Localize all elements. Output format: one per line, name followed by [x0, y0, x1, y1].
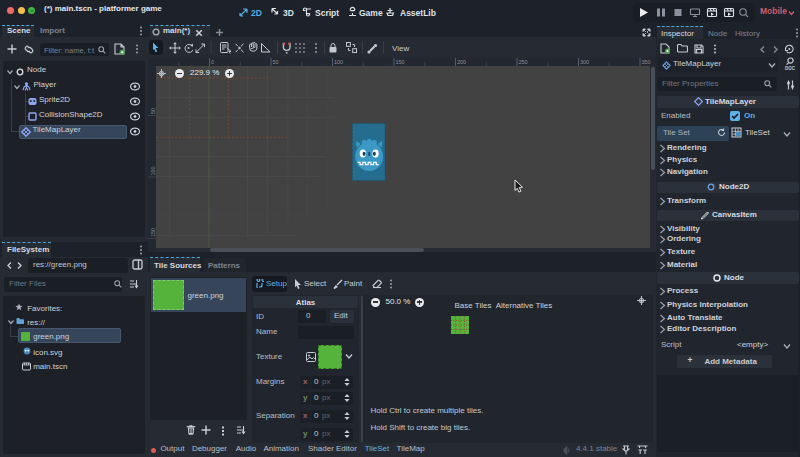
- svg-text:100: 100: [334, 59, 343, 65]
- svg-text:DOC: DOC: [785, 66, 796, 71]
- svg-text:0: 0: [211, 59, 214, 65]
- svg-text:Script: Script: [315, 8, 339, 18]
- svg-text:150: 150: [396, 59, 405, 65]
- svg-text:100: 100: [150, 166, 156, 175]
- svg-text:350: 350: [642, 59, 651, 65]
- svg-text:Game: Game: [359, 8, 383, 18]
- svg-text:AssetLib: AssetLib: [400, 8, 436, 18]
- svg-text:2D: 2D: [251, 8, 262, 18]
- svg-text:View: View: [392, 44, 409, 53]
- svg-text:50: 50: [150, 108, 156, 114]
- svg-text:50: 50: [273, 59, 279, 65]
- svg-text:300: 300: [580, 59, 589, 65]
- svg-text:3D: 3D: [283, 8, 294, 18]
- svg-text:150: 150: [150, 228, 156, 237]
- svg-text:250: 250: [519, 59, 528, 65]
- svg-text:200: 200: [457, 59, 466, 65]
